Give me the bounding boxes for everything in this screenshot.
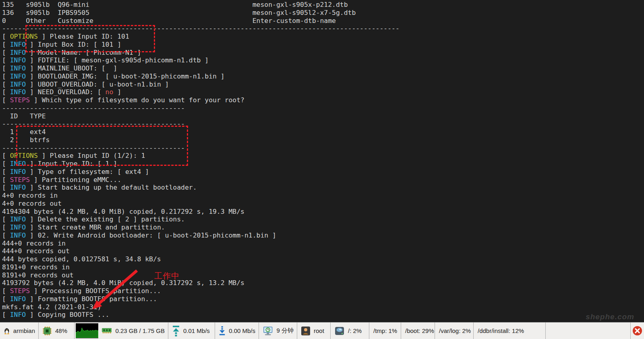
disk-ddbr-segment: /ddbr/install: 12% xyxy=(473,322,545,339)
uptime-monitor-clock-icon xyxy=(263,326,273,336)
terminal-output[interactable]: 135 s905lb Q96-mini meson-gxl-s905x-p212… xyxy=(0,0,644,322)
upload-arrow-icon xyxy=(172,325,180,337)
disk-varlog-usage: /var/log: 2% xyxy=(439,327,471,334)
user-segment: root xyxy=(297,322,330,339)
ram-icon xyxy=(102,328,112,334)
cpu-icon xyxy=(43,327,52,335)
ram-usage: 0.23 GB / 1.75 GB xyxy=(115,327,165,334)
disk-root-segment: /: 2% xyxy=(330,322,369,339)
cpu-segment: 48% xyxy=(38,322,74,339)
disk-boot-segment: /boot: 29% xyxy=(401,322,435,339)
download-segment: 0.00 Mb/s xyxy=(215,322,259,339)
disk-boot-usage: /boot: 29% xyxy=(405,327,434,334)
memory-segment: 0.23 GB / 1.75 GB xyxy=(74,322,168,339)
host-segment: armbian xyxy=(0,322,38,339)
user-name: root xyxy=(314,327,324,334)
download-arrow-icon xyxy=(219,325,225,337)
uptime-value: 9 分钟 xyxy=(276,327,294,335)
watermark: shephe.com xyxy=(586,312,634,321)
cpu-history-graph xyxy=(76,323,98,338)
disk-ddbr-usage: /ddbr/install: 12% xyxy=(478,327,524,334)
status-bar: armbian 48% xyxy=(0,322,644,339)
disk-tmp-segment: /tmp: 1% xyxy=(369,322,401,339)
statusbar-spacer xyxy=(545,322,630,339)
working-annotation-label: 工作中 xyxy=(154,271,180,281)
uptime-segment: 9 分钟 xyxy=(259,322,297,339)
user-avatar-icon xyxy=(301,327,310,335)
hard-disk-icon xyxy=(335,327,344,335)
upload-rate: 0.01 Mb/s xyxy=(183,327,210,334)
close-button[interactable] xyxy=(630,322,644,339)
cpu-usage: 48% xyxy=(55,327,67,334)
disk-varlog-segment: /var/log: 2% xyxy=(435,322,473,339)
disk-root-usage: /: 2% xyxy=(348,327,362,334)
tux-penguin-icon xyxy=(4,325,10,337)
host-name: armbian xyxy=(13,327,35,334)
upload-segment: 0.01 Mb/s xyxy=(168,322,215,339)
download-rate: 0.00 Mb/s xyxy=(229,327,255,334)
armbian-install-screen: 135 s905lb Q96-mini meson-gxl-s905x-p212… xyxy=(0,0,644,339)
disk-tmp-usage: /tmp: 1% xyxy=(373,327,397,334)
close-icon[interactable] xyxy=(632,325,642,336)
